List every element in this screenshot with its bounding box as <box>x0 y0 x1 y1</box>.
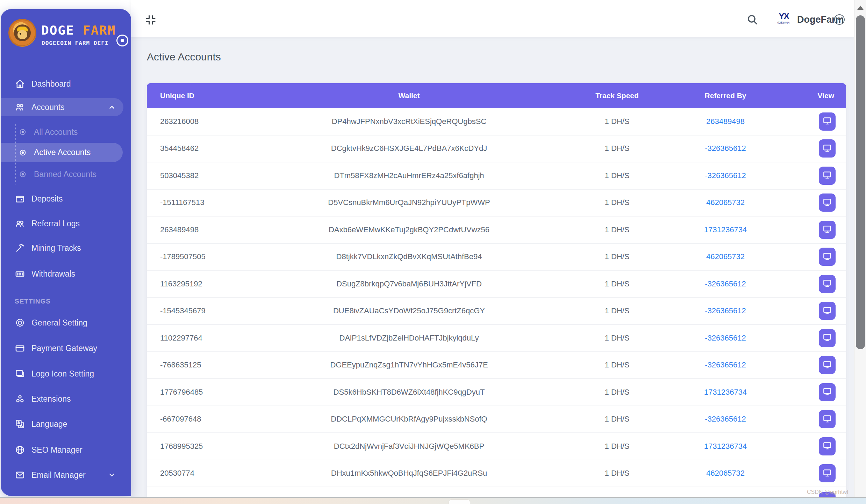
referred-by-link[interactable]: -326365612 <box>705 415 746 423</box>
view-button[interactable] <box>819 383 836 401</box>
column-header-view: View <box>783 92 846 100</box>
sidebar-item-mining-tracks[interactable]: Mining Tracks <box>1 239 123 257</box>
view-button[interactable] <box>819 112 836 131</box>
track-speed-cell: 1 DH/S <box>566 306 668 315</box>
sidebar-item-extensions[interactable]: Extensions <box>1 389 123 408</box>
view-cell <box>783 302 846 320</box>
view-button[interactable] <box>819 221 836 239</box>
sidebar-item-withdrawals[interactable]: Withdrawals <box>1 264 123 283</box>
extensions-cluster-icon <box>15 394 25 404</box>
sidebar-item-email-manager[interactable]: Email Manager <box>1 466 123 484</box>
referred-by-link[interactable]: 1731236734 <box>704 225 747 234</box>
track-speed-cell: 1 DH/S <box>566 442 668 451</box>
wallet-cell: DGEEypuZnqZsg1hTN7vYhHGx5mE4v56J7E <box>252 360 566 370</box>
avatar[interactable]: YX 优速源码网 <box>775 11 792 29</box>
sidebar-item-dashboard[interactable]: Dashboard <box>1 74 123 93</box>
referred-by-link[interactable]: 462065732 <box>706 469 745 477</box>
stacked-windows-icon <box>15 368 25 379</box>
circle-dot-icon <box>19 170 27 178</box>
unique-id-cell: 263216008 <box>147 117 252 126</box>
sidebar-item-all-accounts[interactable]: All Accounts <box>1 122 123 142</box>
topbar <box>131 0 854 37</box>
section-frontend-manager: FRONTEND MANAGER <box>15 495 93 496</box>
sidebar-item-general-setting[interactable]: General Setting <box>1 313 123 332</box>
referred-by-cell: -326365612 <box>668 334 783 343</box>
page-scrollbar[interactable] <box>854 0 866 504</box>
two-people-icon <box>15 218 25 229</box>
wallet-cell: DCtx2dNjWvnjFaf3VciJHNJGjWQe5MK6BP <box>252 442 566 451</box>
monitor-icon <box>823 414 832 424</box>
view-button[interactable] <box>819 464 836 482</box>
sidebar-item-logo-icon-setting[interactable]: Logo Icon Setting <box>1 364 123 383</box>
referred-by-cell: -326365612 <box>668 360 783 370</box>
view-button[interactable] <box>819 437 836 455</box>
envelope-icon <box>15 470 25 480</box>
pickaxe-icon <box>15 243 25 253</box>
view-button[interactable] <box>819 410 836 428</box>
scroll-up-arrow-icon[interactable] <box>857 6 864 10</box>
referred-by-link[interactable]: -326365612 <box>705 171 746 180</box>
search-icon[interactable] <box>746 14 758 25</box>
sidebar-item-seo-manager[interactable]: SEO Manager <box>1 440 123 459</box>
view-button[interactable] <box>819 248 836 266</box>
sidebar-toggle-button[interactable] <box>116 35 128 46</box>
track-speed-cell: 1 DH/S <box>566 415 668 424</box>
wallet-cell: DSugZ8brkqpQ7v6baMj6BUH3JttArYjVFD <box>252 279 566 288</box>
track-speed-cell: 1 DH/S <box>566 171 668 180</box>
sidebar-item-accounts[interactable]: Accounts <box>1 98 123 116</box>
sidebar-item-deposits[interactable]: Deposits <box>1 189 123 208</box>
view-cell <box>783 329 846 347</box>
compress-layout-icon[interactable] <box>144 14 157 26</box>
referred-by-link[interactable]: -326365612 <box>705 144 746 153</box>
table-header-row: Unique ID Wallet Track Speed Referred By… <box>147 83 846 108</box>
table-row: 1102297764 DAiP1sLfVDZjbZeiHDoHAFTJbjkyi… <box>147 325 846 352</box>
circle-dot-icon <box>19 149 27 156</box>
referred-by-link[interactable]: -326365612 <box>705 334 746 342</box>
view-button[interactable] <box>819 302 836 320</box>
view-cell <box>783 221 846 239</box>
view-button[interactable] <box>819 139 836 158</box>
view-button[interactable] <box>819 275 836 293</box>
referred-by-link[interactable]: 1731236734 <box>704 442 747 451</box>
chevron-down-icon <box>108 471 116 479</box>
referred-by-link[interactable]: 462065732 <box>706 198 745 207</box>
wallet-cell: DHxu1mKx5hkwQoBHqJfqS6EPJFi4G2uRSu <box>252 469 566 478</box>
track-speed-cell: 1 DH/S <box>566 117 668 126</box>
scrollbar-thumb[interactable] <box>856 15 865 349</box>
view-button[interactable] <box>819 193 836 212</box>
referred-by-link[interactable]: 1731236734 <box>704 388 747 396</box>
sidebar-item-active-accounts[interactable]: Active Accounts <box>1 143 123 162</box>
table-row: 263489498 DAxb6eWEMwKKeTuj2gkBQY2PCdwfUV… <box>147 217 846 244</box>
page-title: Active Accounts <box>147 51 221 63</box>
wallet-cell: DAiP1sLfVDZjbZeiHDoHAFTJbjkyiqduLy <box>252 334 566 343</box>
referred-by-cell: -326365612 <box>668 279 783 288</box>
sidebar-item-payment-gateway[interactable]: Payment Gateway <box>1 339 123 358</box>
track-speed-cell: 1 DH/S <box>566 334 668 343</box>
table-row: 263216008 DP4hwJFPNxnbV3xcRtXiESjqQeRQUg… <box>147 108 846 136</box>
sidebar-item-language[interactable]: Language <box>1 415 123 433</box>
user-chevron-down-icon[interactable] <box>834 14 845 25</box>
view-button[interactable] <box>819 167 836 185</box>
wallet-cell: DP4hwJFPNxnbV3xcRtXiESjqQeRQUgbsSC <box>252 117 566 126</box>
table-row: 1768995325 DCtx2dNjWvnjFaf3VciJHNJGjWQe5… <box>147 433 846 460</box>
view-button[interactable] <box>819 356 836 374</box>
track-speed-cell: 1 DH/S <box>566 144 668 153</box>
view-button[interactable] <box>819 329 836 347</box>
sidebar-item-referral-logs[interactable]: Referral Logs <box>1 214 123 233</box>
monitor-icon <box>823 144 832 154</box>
sidebar-item-banned-accounts[interactable]: Banned Accounts <box>1 165 123 184</box>
referred-by-link[interactable]: 263489498 <box>706 117 745 126</box>
unique-id-cell: 354458462 <box>147 144 252 153</box>
track-speed-cell: 1 DH/S <box>566 225 668 234</box>
unique-id-cell: -768635125 <box>147 360 252 370</box>
table-row: 20530774 DHxu1mKx5hkwQoBHqJfqS6EPJFi4G2u… <box>147 460 846 488</box>
users-group-icon <box>15 102 25 112</box>
referred-by-link[interactable]: -326365612 <box>705 306 746 315</box>
referred-by-link[interactable]: -326365612 <box>705 360 746 369</box>
wallet-cell: DS5k6HbSKHT8D6WZ6iXt48fjhKC9qgDyuT <box>252 388 566 397</box>
view-cell <box>783 410 846 428</box>
view-cell <box>783 139 846 158</box>
table-row-partial <box>147 487 846 497</box>
referred-by-link[interactable]: 462065732 <box>706 252 745 261</box>
referred-by-link[interactable]: -326365612 <box>705 279 746 288</box>
